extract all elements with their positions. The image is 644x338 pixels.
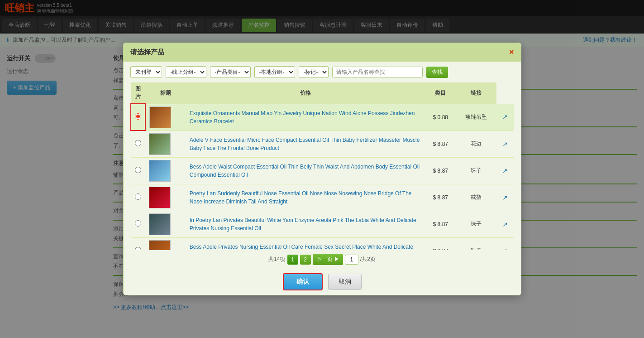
product-thumb-2 <box>149 160 171 182</box>
col-price: 价格 <box>186 82 425 104</box>
pagination-row: 共14项 1 2 下一页 ▶ /共2页 <box>124 250 521 269</box>
col-category: 类目 <box>425 82 456 104</box>
product-title-0[interactable]: Exquisite Ornaments Manual Miao Yin Jewe… <box>186 104 425 130</box>
product-link-icon-1[interactable]: ↗ <box>502 140 508 148</box>
product-title-4[interactable]: In Poetry Lan Privates Beautiful White Y… <box>186 211 425 237</box>
product-price-3: $ 8.87 <box>425 184 456 211</box>
product-radio-2[interactable] <box>135 167 141 173</box>
modal-dialog: 请选择产品 × 未刊登 已刊登 全部 -线上分组- -产品类目- -本地分组- … <box>123 43 521 295</box>
table-row[interactable]: Bess Adele Waist Compact Essential Oil T… <box>131 157 514 184</box>
product-table: 图片 标题 价格 类目 链接 Exquisite Ornaments Manua… <box>130 82 514 250</box>
search-button[interactable]: 查找 <box>426 67 448 78</box>
product-category-0: 项链吊坠 <box>456 104 496 130</box>
cancel-button[interactable]: 取消 <box>328 274 362 290</box>
modal-close-button[interactable]: × <box>509 48 514 57</box>
table-row[interactable]: Exquisite Ornaments Manual Miao Yin Jewe… <box>131 104 514 130</box>
modal-footer: 确认 取消 <box>124 269 521 295</box>
product-link-icon-4[interactable]: ↗ <box>502 221 508 228</box>
product-category-1: 花边 <box>456 130 496 157</box>
product-thumb-3 <box>149 187 171 208</box>
product-thumb-1 <box>149 133 171 155</box>
product-title-1[interactable]: Adele V Face Essential Micro Face Compac… <box>186 130 425 157</box>
product-category-2: 珠子 <box>456 157 496 184</box>
total-pages: /共2页 <box>360 256 376 263</box>
product-title-5[interactable]: Bess Adele Privates Nursing Essential Oi… <box>186 237 425 250</box>
product-price-1: $ 8.87 <box>425 130 456 157</box>
table-row[interactable]: In Poetry Lan Privates Beautiful White Y… <box>131 211 514 237</box>
product-title-3[interactable]: Poetry Lan Suddenly Beautiful Nose Essen… <box>186 184 425 211</box>
product-category-3: 戒指 <box>456 184 496 211</box>
modal-title: 请选择产品 <box>130 48 164 57</box>
local-group-filter[interactable]: -本地分组- <box>254 66 295 78</box>
product-title-2[interactable]: Bess Adele Waist Compact Essential Oil T… <box>186 157 425 184</box>
table-row[interactable]: Poetry Lan Suddenly Beautiful Nose Essen… <box>131 184 514 211</box>
filter-row: 未刊登 已刊登 全部 -线上分组- -产品类目- -本地分组- -标记- 查找 <box>124 62 521 82</box>
product-price-4: $ 8.87 <box>425 211 456 237</box>
status-filter[interactable]: 未刊登 已刊登 全部 <box>130 66 162 78</box>
table-header-row: 图片 标题 价格 类目 链接 <box>131 82 514 104</box>
page-btn-1[interactable]: 1 <box>287 255 298 265</box>
product-link-icon-3[interactable]: ↗ <box>502 194 508 201</box>
product-search-input[interactable] <box>332 67 423 77</box>
next-page-button[interactable]: 下一页 ▶ <box>313 254 343 265</box>
total-info: 共14项 <box>268 256 285 263</box>
product-radio-0[interactable] <box>135 113 141 120</box>
product-thumb-5 <box>149 240 171 251</box>
product-price-5: $ 8.87 <box>425 237 456 250</box>
page-input[interactable] <box>345 255 358 265</box>
product-category-4: 珠子 <box>456 211 496 237</box>
page-btn-2[interactable]: 2 <box>300 255 311 265</box>
product-price-0: $ 0.88 <box>425 104 456 130</box>
product-category-5: 珠子 <box>456 237 496 250</box>
modal-header: 请选择产品 × <box>124 43 521 62</box>
col-image: 图片 <box>131 82 145 104</box>
product-link-icon-0[interactable]: ↗ <box>502 113 508 121</box>
col-title: 标题 <box>145 82 186 104</box>
product-radio-1[interactable] <box>135 140 141 146</box>
modal-overlay: 请选择产品 × 未刊登 已刊登 全部 -线上分组- -产品类目- -本地分组- … <box>0 0 644 338</box>
col-link: 链接 <box>456 82 496 104</box>
product-thumb-4 <box>149 213 171 235</box>
product-thumb-0 <box>149 106 171 128</box>
product-radio-4[interactable] <box>135 220 141 227</box>
product-link-icon-2[interactable]: ↗ <box>502 167 508 174</box>
product-price-2: $ 8.87 <box>425 157 456 184</box>
category-filter[interactable]: -产品类目- <box>210 66 251 78</box>
product-radio-5[interactable] <box>135 247 141 250</box>
table-row[interactable]: Adele V Face Essential Micro Face Compac… <box>131 130 514 157</box>
product-table-container: 图片 标题 价格 类目 链接 Exquisite Ornaments Manua… <box>124 82 521 250</box>
tag-filter[interactable]: -标记- <box>299 66 329 78</box>
table-row[interactable]: Bess Adele Privates Nursing Essential Oi… <box>131 237 514 250</box>
online-group-filter[interactable]: -线上分组- <box>166 66 206 78</box>
product-radio-3[interactable] <box>135 193 141 200</box>
confirm-button[interactable]: 确认 <box>283 273 323 290</box>
